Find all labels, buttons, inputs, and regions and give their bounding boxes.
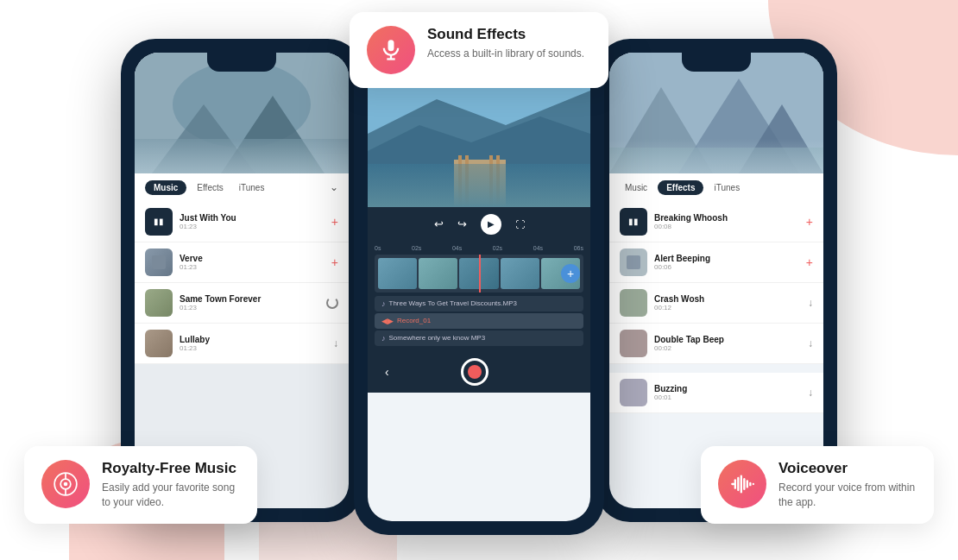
effect-download-icon[interactable]: ↓ [808, 297, 813, 309]
timeline-marks: 0s 02s 04s 02s 04s 06s [375, 245, 583, 251]
audio-track-3: ♪ Somewhere only we know MP3 [375, 330, 583, 346]
record-button[interactable] [461, 358, 488, 386]
voiceover-text: Voiceover Record your voice from within … [778, 460, 917, 510]
music-note-icon-2: ♪ [381, 334, 386, 343]
track-info: Same Town Forever 01:23 [180, 294, 319, 311]
track-info: Lullaby 01:23 [180, 335, 326, 352]
list-item: Crash Wosh 00:12 ↓ [609, 283, 823, 324]
effect-add-icon[interactable]: + [806, 215, 813, 229]
sound-effects-title: Sound Effects [427, 26, 584, 43]
track-duration: 01:23 [180, 344, 326, 352]
track-title: Just With You [180, 213, 325, 223]
effect-duration: 00:06 [654, 263, 799, 271]
timeline-mark: 04s [452, 245, 462, 251]
redo-icon[interactable]: ↪ [457, 217, 467, 230]
effect-info: Breaking Whoosh 00:08 [654, 213, 799, 230]
effect-info: Double Tap Beep 00:02 [654, 335, 801, 352]
timeline-mark: 02s [412, 245, 421, 251]
music-text: Royalty-Free Music Easily add your favor… [102, 460, 240, 510]
effect-duration: 00:01 [654, 393, 801, 401]
spacer-right [609, 364, 823, 373]
audio-track-label: Three Ways To Get Travel Discounts.MP3 [389, 299, 518, 307]
effect-thumb [620, 249, 647, 276]
effect-thumb [620, 379, 647, 406]
voiceover-desc: Record your voice from within the app. [778, 481, 917, 510]
svg-point-27 [64, 482, 68, 487]
track-duration: 01:23 [180, 263, 325, 271]
track-duration: 01:23 [180, 304, 319, 311]
timeline-mark: 0s [375, 245, 381, 251]
svg-rect-22 [388, 40, 394, 51]
play-button[interactable]: ▶ [481, 214, 501, 235]
list-item: Verve 01:23 + [135, 242, 349, 283]
phone-left-screen: Music Effects iTunes ⌄ ▮▮ Just With You … [135, 53, 349, 508]
tab-itunes-left[interactable]: iTunes [234, 180, 270, 195]
effect-info: Buzzing 00:01 [654, 384, 801, 401]
effect-add-icon[interactable]: + [806, 255, 813, 269]
fullscreen-icon[interactable]: ⛶ [515, 219, 525, 230]
effect-thumb [620, 289, 647, 317]
svg-rect-15 [368, 164, 590, 207]
timeline-mark: 04s [533, 245, 543, 251]
add-track-button[interactable]: + [561, 264, 580, 283]
phone-right-screen: Music Effects iTunes ▮▮ Breaking Whoosh … [609, 53, 823, 508]
list-item: Buzzing 00:01 ↓ [609, 373, 823, 413]
video-preview [368, 82, 590, 207]
track-title: Same Town Forever [180, 294, 319, 304]
chevron-down-icon-left[interactable]: ⌄ [330, 181, 338, 193]
voiceover-icon-circle [718, 460, 766, 508]
svg-rect-14 [489, 155, 493, 207]
sound-effects-icon-circle [367, 26, 415, 74]
effect-info: Crash Wosh 00:12 [654, 294, 801, 311]
effects-tabs-right: Music Effects iTunes [609, 173, 823, 202]
tab-effects-active-right[interactable]: Effects [658, 180, 703, 195]
track-add-icon[interactable]: + [331, 255, 338, 269]
effect-thumb [620, 330, 647, 357]
effect-duration: 00:08 [654, 223, 799, 230]
track-title: Verve [180, 254, 325, 263]
phone-notch-right [682, 53, 751, 72]
list-item: Alert Beeping 00:06 + [609, 242, 823, 283]
timeline: 0s 02s 04s 02s 04s 06s + [368, 242, 590, 351]
download-icon[interactable]: ↓ [333, 337, 338, 349]
effect-download-icon-2[interactable]: ↓ [808, 337, 813, 349]
nav-back-icon[interactable]: ‹ [385, 365, 389, 379]
list-item: Lullaby 01:23 ↓ [135, 324, 349, 364]
playback-controls: ↩ ↪ ▶ ⛶ [368, 207, 590, 242]
track-thumb [145, 289, 173, 317]
timeline-mark: 06s [574, 245, 583, 251]
waveform-icon: ◀▶ [381, 317, 394, 325]
phone-center: ‹ ⓘ ☉ ⇩ [354, 26, 604, 535]
track-add-icon[interactable]: + [331, 215, 338, 229]
tab-itunes-right[interactable]: iTunes [709, 180, 745, 195]
phone-center-screen: ‹ ⓘ ☉ ⇩ [368, 40, 590, 521]
tab-effects-left[interactable]: Effects [192, 180, 228, 195]
track-thumb-pause[interactable]: ▮▮ [145, 208, 173, 236]
effect-download-icon-3[interactable]: ↓ [808, 387, 813, 399]
voiceover-title: Voiceover [778, 460, 917, 477]
svg-rect-11 [458, 155, 462, 207]
music-note-icon: ♪ [381, 299, 386, 308]
effect-thumb-pause[interactable]: ▮▮ [620, 208, 647, 236]
timeline-mark: 02s [493, 245, 502, 251]
effect-duration: 00:12 [654, 304, 801, 311]
effect-title: Buzzing [654, 384, 801, 393]
music-icon-circle [41, 460, 90, 508]
timeline-cursor [479, 255, 481, 293]
tab-music-right[interactable]: Music [620, 180, 652, 195]
sound-effects-desc: Access a built-in library of sounds. [427, 47, 584, 61]
svg-rect-12 [496, 155, 500, 207]
tab-music-active-left[interactable]: Music [145, 180, 186, 195]
record-inner-circle [468, 365, 482, 379]
track-info: Verve 01:23 [180, 254, 325, 271]
effect-info: Alert Beeping 00:06 [654, 254, 799, 271]
sound-effects-card: Sound Effects Access a built-in library … [350, 12, 608, 88]
track-thumb [145, 249, 173, 276]
list-item: ▮▮ Just With You 01:23 + [135, 202, 349, 242]
svg-rect-4 [135, 139, 349, 173]
effect-title: Crash Wosh [654, 294, 801, 304]
undo-icon[interactable]: ↩ [434, 217, 444, 230]
svg-rect-13 [465, 155, 469, 207]
music-card: Royalty-Free Music Easily add your favor… [24, 446, 257, 524]
music-desc: Easily add your favorite song to your vi… [102, 481, 240, 510]
